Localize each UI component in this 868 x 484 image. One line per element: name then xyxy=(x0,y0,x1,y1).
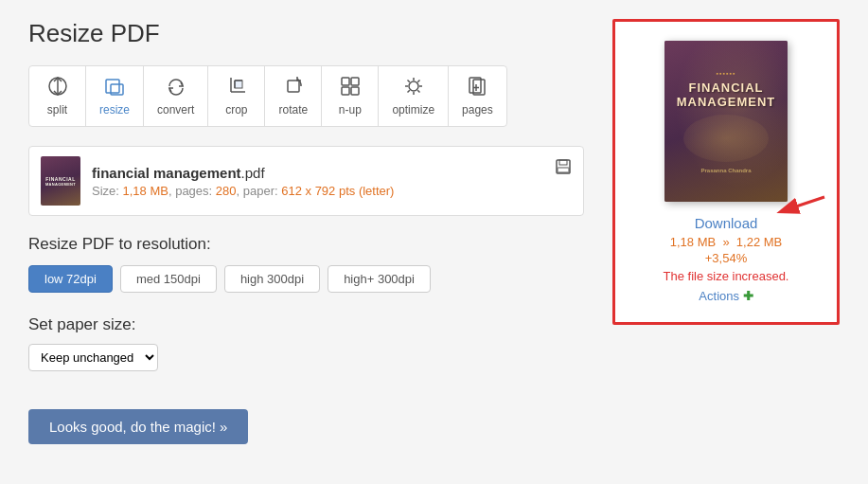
svg-rect-13 xyxy=(351,87,359,95)
res-btn-low[interactable]: low 72dpi xyxy=(28,265,113,293)
resize-icon xyxy=(104,76,125,99)
toolbar-pages-label: pages xyxy=(462,103,493,117)
resize-section-label: Resize PDF to resolution: xyxy=(28,235,584,254)
size-after: 1,22 MB xyxy=(736,235,782,249)
size-warning: The file size increased. xyxy=(664,269,789,283)
split-icon xyxy=(47,76,68,99)
file-details: financial management.pdf Size: 1,18 MB, … xyxy=(92,165,572,198)
paper-section-label: Set paper size: xyxy=(28,315,584,334)
size-before: 1,18 MB xyxy=(670,235,716,249)
file-paper: 612 x 792 pts (letter) xyxy=(281,184,394,198)
size-info: 1,18 MB » 1,22 MB xyxy=(670,235,783,249)
actions-label: Actions xyxy=(699,289,739,303)
toolbar-optimize-label: optimize xyxy=(392,103,434,117)
svg-rect-29 xyxy=(558,168,569,172)
toolbar-pages[interactable]: pages xyxy=(449,66,506,126)
svg-rect-10 xyxy=(342,78,349,85)
resolution-buttons: low 72dpi med 150dpi high 300dpi high+ 3… xyxy=(28,265,584,293)
optimize-icon xyxy=(403,76,424,99)
paper-section: Set paper size: Keep unchanged A4 Letter… xyxy=(28,315,584,371)
magic-button[interactable]: Looks good, do the magic! » xyxy=(28,409,248,444)
crop-icon xyxy=(226,76,247,99)
toolbar-convert[interactable]: convert xyxy=(144,66,208,126)
file-pages: 280 xyxy=(216,184,237,198)
save-file-icon[interactable] xyxy=(555,158,572,180)
actions-plus-icon: ✚ xyxy=(743,289,753,303)
svg-line-22 xyxy=(407,90,409,92)
svg-rect-11 xyxy=(351,78,359,85)
toolbar-nup[interactable]: n-up xyxy=(322,66,379,126)
convert-icon xyxy=(166,76,186,99)
page-title: Resize PDF xyxy=(28,19,584,48)
download-link[interactable]: Download xyxy=(695,215,758,231)
toolbar-rotate[interactable]: rotate xyxy=(265,66,322,126)
toolbar-convert-label: convert xyxy=(157,103,194,117)
svg-point-14 xyxy=(409,81,418,91)
nup-icon xyxy=(340,76,361,99)
res-btn-high[interactable]: high 300dpi xyxy=(224,265,320,293)
svg-rect-8 xyxy=(235,81,242,88)
file-info-box: FINANCIAL MANAGEMENT financial managemen… xyxy=(28,146,584,216)
rotate-icon xyxy=(283,76,304,99)
svg-line-19 xyxy=(407,81,409,82)
svg-rect-9 xyxy=(288,81,299,92)
cover-subtitle: Prasanna Chandra xyxy=(677,168,776,173)
toolbar-nup-label: n-up xyxy=(339,103,362,117)
toolbar-resize-label: resize xyxy=(99,103,130,117)
preview-box: ▪▪▪▪▪▪ FINANCIALMANAGEMENT Prasanna Chan… xyxy=(612,19,840,325)
svg-line-20 xyxy=(417,90,419,92)
toolbar-rotate-label: rotate xyxy=(279,103,309,117)
actions-link[interactable]: Actions ✚ xyxy=(699,289,753,303)
svg-line-21 xyxy=(417,81,419,82)
size-percent: +3,54% xyxy=(705,251,747,265)
file-name: financial management.pdf xyxy=(92,165,572,181)
file-size: 1,18 MB xyxy=(123,184,168,198)
arrow-indicator xyxy=(772,192,829,224)
toolbar-resize[interactable]: resize xyxy=(86,66,144,126)
svg-rect-2 xyxy=(106,80,119,93)
svg-rect-12 xyxy=(342,87,349,95)
toolbar: split resize xyxy=(28,65,507,127)
file-meta: Size: 1,18 MB, pages: 280, paper: 612 x … xyxy=(92,184,572,198)
file-thumbnail: FINANCIAL MANAGEMENT xyxy=(41,156,80,206)
res-btn-med[interactable]: med 150dpi xyxy=(120,265,217,293)
svg-rect-27 xyxy=(557,160,570,173)
pages-icon xyxy=(467,76,487,99)
toolbar-crop[interactable]: crop xyxy=(208,66,265,126)
toolbar-split-label: split xyxy=(47,103,67,117)
paper-size-select[interactable]: Keep unchanged A4 Letter Legal xyxy=(28,344,158,371)
toolbar-optimize[interactable]: optimize xyxy=(379,66,449,126)
right-panel: ▪▪▪▪▪▪ FINANCIALMANAGEMENT Prasanna Chan… xyxy=(612,19,840,444)
toolbar-crop-label: crop xyxy=(225,103,247,117)
cover-title: FINANCIALMANAGEMENT xyxy=(677,81,776,109)
toolbar-split[interactable]: split xyxy=(29,66,86,126)
pdf-cover: ▪▪▪▪▪▪ FINANCIALMANAGEMENT Prasanna Chan… xyxy=(664,41,788,202)
res-btn-highplus[interactable]: high+ 300dpi xyxy=(328,265,431,293)
